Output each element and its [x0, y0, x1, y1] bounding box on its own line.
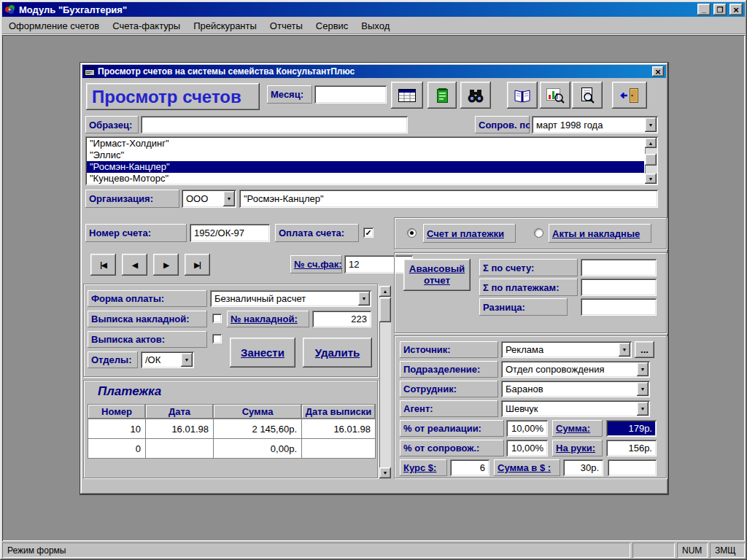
preview-button[interactable] — [572, 82, 603, 109]
radio-acts-invoices-label[interactable]: Акты и накладные — [549, 224, 651, 243]
otdely-dropdown-icon[interactable]: ▼ — [181, 353, 193, 367]
source-value: Реклама — [506, 344, 543, 355]
pct-support-field[interactable]: 10,00% — [506, 440, 548, 456]
employee-dropdown-icon[interactable]: ▼ — [637, 382, 649, 396]
subform-scroll-thumb[interactable] — [379, 298, 391, 322]
addressbook-button[interactable] — [507, 82, 538, 109]
form-heading: Просмотр счетов — [86, 83, 260, 110]
department-dropdown-icon[interactable]: ▼ — [637, 362, 649, 376]
menu-invoices-factures[interactable]: Счета-фактуры — [106, 19, 187, 34]
list-item[interactable]: "Кунцево-Моторс" — [87, 173, 644, 184]
summa-label: Сумма: — [552, 420, 603, 437]
payform-dropdown-icon[interactable]: ▼ — [358, 292, 370, 306]
department-combobox[interactable]: Отдел сопровождения ▼ — [501, 361, 650, 378]
table-cell[interactable]: 2 145,60р. — [214, 419, 301, 438]
menu-pricelists[interactable]: Прейскуранты — [187, 19, 263, 34]
udalit-button[interactable]: Удалить — [303, 338, 372, 368]
agent-label: Агент: — [400, 400, 498, 417]
naruki-field[interactable]: 156р. — [606, 440, 657, 456]
sum-by-payments-field[interactable] — [581, 279, 657, 296]
scroll-up-icon[interactable]: ▲ — [645, 138, 657, 148]
nav-first-button[interactable]: |◀ — [90, 254, 116, 276]
notepad-button[interactable] — [427, 82, 457, 109]
minimize-button[interactable]: _ — [697, 4, 711, 15]
menu-exit[interactable]: Выход — [355, 19, 396, 34]
menu-reports[interactable]: Отчеты — [263, 19, 309, 34]
form-close-button[interactable]: × — [652, 66, 664, 77]
chart-button[interactable] — [540, 82, 570, 109]
org-type-dropdown-icon[interactable]: ▼ — [223, 191, 235, 206]
nav-prev-button[interactable]: ◀ — [122, 254, 147, 276]
agent-dropdown-icon[interactable]: ▼ — [637, 402, 649, 416]
radio-invoices-payments[interactable] — [407, 228, 417, 238]
print-preview-icon — [578, 87, 596, 104]
department-value: Отдел сопровождения — [506, 364, 604, 375]
employee-combobox[interactable]: Баранов ▼ — [501, 381, 650, 397]
soprov-dropdown-icon[interactable]: ▼ — [645, 117, 657, 132]
exit-button[interactable] — [612, 82, 647, 109]
otdely-label: Отделы: — [88, 351, 138, 368]
summa-field[interactable]: 179р. — [606, 420, 657, 437]
zanesti-button[interactable]: Занести — [230, 338, 295, 368]
table-cell[interactable] — [302, 439, 375, 458]
avans-report-button[interactable]: Авансовый отчет — [403, 259, 471, 291]
nav-next-button[interactable]: ▶ — [153, 254, 179, 276]
form-icon — [85, 67, 95, 76]
source-combobox[interactable]: Реклама ▼ — [501, 341, 632, 358]
source-label: Источник: — [400, 341, 498, 358]
paid-checkbox[interactable]: ✓ — [363, 228, 374, 238]
menu-invoice-processing[interactable]: Оформление счетов — [2, 19, 106, 34]
usd-extra-field[interactable] — [608, 459, 657, 476]
subform-scroll-up-icon[interactable]: ▲ — [379, 286, 391, 297]
subform-scrollbar[interactable]: ▲ ▼ — [379, 286, 391, 478]
find-binoculars-icon — [466, 87, 485, 104]
table-cell[interactable]: 0,00р. — [214, 439, 301, 458]
pct-support-label: % от сопровож.: — [400, 440, 504, 456]
invoice-number-label: Номер счета: — [85, 224, 187, 242]
source-ellipsis-button[interactable]: ... — [635, 341, 654, 358]
agent-combobox[interactable]: Шевчук ▼ — [501, 400, 650, 417]
radio-invoices-payments-label[interactable]: Счет и платежки — [423, 224, 516, 243]
scroll-thumb[interactable] — [645, 154, 657, 166]
vaktov-checkbox[interactable] — [212, 334, 222, 343]
close-button[interactable]: × — [729, 4, 743, 15]
difference-field[interactable] — [581, 298, 657, 316]
month-field[interactable] — [314, 85, 387, 104]
source-dropdown-icon[interactable]: ▼ — [619, 343, 630, 357]
sum-by-invoice-field[interactable] — [581, 259, 657, 276]
vnakl-checkbox[interactable] — [212, 314, 222, 323]
table-cell[interactable]: 10 — [88, 419, 145, 438]
scroll-down-icon[interactable]: ▼ — [645, 174, 657, 184]
table-cell[interactable] — [146, 439, 213, 458]
list-item[interactable]: "Ирмаст-Холдинг" — [87, 138, 644, 149]
pct-realization-field[interactable]: 10,00% — [506, 420, 548, 437]
column-header: Сумма — [214, 405, 301, 419]
invoice-number-field[interactable]: 1952/ОК-97 — [190, 224, 270, 242]
paid-label: Оплата счета: — [275, 224, 359, 242]
subform-scroll-down-icon[interactable]: ▼ — [379, 467, 391, 478]
naklnum-field[interactable]: 223 — [312, 311, 371, 327]
datasheet-button[interactable] — [391, 82, 423, 109]
find-button[interactable] — [460, 82, 491, 109]
otdely-combobox[interactable]: /ОК ▼ — [141, 351, 194, 368]
table-cell[interactable]: 0 — [88, 439, 145, 458]
nav-last-button[interactable]: ▶| — [185, 254, 210, 276]
status-kbd-indicator: ЗМЩ — [710, 542, 745, 558]
kurs-label: Курс $: — [400, 459, 447, 476]
soprov-combobox[interactable]: март 1998 года ▼ — [532, 116, 658, 133]
table-cell[interactable]: 16.01.98 — [302, 419, 375, 438]
radio-acts-invoices[interactable] — [534, 228, 543, 238]
list-item-selected[interactable]: "Росмэн-Канцлер" — [87, 161, 644, 173]
maximize-button[interactable]: ❐ — [713, 4, 727, 15]
kurs-field[interactable]: 6 — [450, 459, 489, 476]
menu-service[interactable]: Сервис — [309, 19, 355, 34]
org-type-combobox[interactable]: ООО ▼ — [182, 190, 236, 208]
list-item[interactable]: "Эллис" — [87, 149, 644, 161]
payform-combobox[interactable]: Безналичный расчет ▼ — [210, 290, 371, 307]
exit-door-icon — [619, 87, 640, 104]
org-name-field[interactable]: "Росмэн-Канцлер" — [239, 190, 658, 208]
sample-field[interactable] — [141, 116, 408, 133]
table-cell[interactable]: 16.01.98 — [146, 419, 213, 438]
list-scrollbar[interactable]: ▲ ▼ — [645, 138, 657, 184]
usd-sum-field[interactable]: 30р. — [563, 459, 603, 476]
